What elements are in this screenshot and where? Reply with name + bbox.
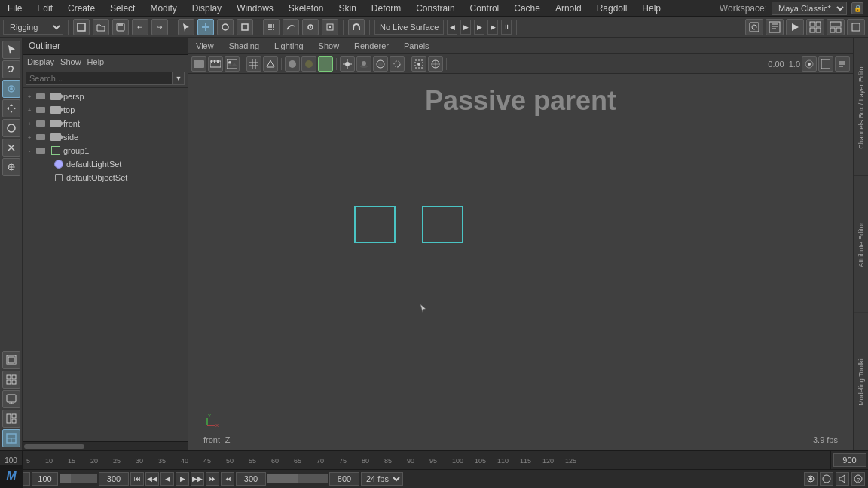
scale-mode-btn[interactable] [2,139,20,157]
new-scene-btn[interactable] [73,19,90,35]
live-surface-btn3[interactable]: ▶ [487,20,498,35]
save-btn[interactable] [112,19,129,35]
vp-shadow-btn[interactable] [356,56,371,72]
fps-select[interactable]: 24 fps 30 fps [361,472,403,486]
display-settings-btn[interactable] [2,390,20,408]
render-btn[interactable] [766,19,784,35]
channel-box-tab[interactable]: Channels Box / Layer Editor [854,38,868,175]
help-btn[interactable]: ? [851,472,865,486]
scrollbar-thumb-h[interactable] [24,444,84,449]
universal-manip-btn[interactable] [2,158,20,176]
rotate-mode-btn[interactable] [2,119,20,137]
menu-item-skeleton[interactable]: Skeleton [286,2,327,15]
playback-next-frame-btn[interactable]: ▶▶ [191,472,204,486]
vp-menu-shading[interactable]: Shading [226,40,262,52]
menu-item-edit[interactable]: Edit [34,2,56,15]
vp-image-btn[interactable] [225,56,240,72]
workspace-select[interactable]: Maya Classic* [772,2,847,15]
vp-solid-btn[interactable] [318,56,333,72]
playback-skip-start-btn[interactable]: ⏮ [130,472,144,486]
expand-top[interactable]: + [26,106,33,114]
proportional-btn[interactable] [2,371,20,389]
select-mode-btn[interactable] [2,41,20,59]
vp-grid-btn[interactable] [246,56,261,72]
menu-item-modify[interactable]: Modify [147,2,179,15]
vp-shaded-btn[interactable] [285,56,300,72]
outliner-help-menu[interactable]: Help [87,57,105,66]
tree-item-group1[interactable]: - group1 [23,144,188,157]
snap-point-btn[interactable] [302,19,319,35]
vp-menu-panels[interactable]: Panels [401,40,432,52]
magnet-snap-btn[interactable] [348,19,365,35]
expand-lightset[interactable] [44,160,51,168]
range2-end-input[interactable]: 800 [329,472,359,486]
vp-isolate-btn[interactable] [411,56,426,72]
vp-wireframe-btn[interactable] [263,56,278,72]
menu-item-ragdoll[interactable]: Ragdoll [594,2,631,15]
range2-slider[interactable] [267,474,328,483]
quick-layout-btn[interactable] [2,410,20,428]
menu-item-arnold[interactable]: Arnold [552,2,585,15]
vp-motion-blur-btn[interactable] [390,56,405,72]
expand-group1[interactable]: - [26,147,33,154]
menu-item-display[interactable]: Display [189,2,225,15]
timeline-area[interactable]: 100 5 10 15 20 25 30 35 40 45 50 55 60 6… [0,450,868,469]
live-surface-prev-btn[interactable]: ◀ [447,20,457,35]
move-tool-btn[interactable] [197,19,214,35]
outliner-display-menu[interactable]: Display [27,57,54,66]
playback-next-key-btn[interactable]: ⏭ [206,472,219,486]
search-input[interactable] [26,72,173,85]
tree-item-lightset[interactable]: defaultLightSet [23,157,188,171]
lasso-btn[interactable] [2,60,20,78]
range-slider[interactable] [60,474,97,483]
menu-item-windows[interactable]: Windows [234,2,277,15]
time-input[interactable]: 900 [833,453,866,467]
menu-item-skin[interactable]: Skin [336,2,359,15]
scale-tool-btn[interactable] [237,19,253,35]
vp-menu-lighting[interactable]: Lighting [271,40,307,52]
attribute-editor-tab[interactable]: Attribute Editor [854,175,868,313]
vp-light-btn[interactable] [340,56,355,72]
vp-xray-btn[interactable] [428,56,443,72]
vp-menu-view[interactable]: View [193,40,217,52]
modeling-toolkit-tab[interactable]: Modeling Toolkit [854,313,868,450]
live-surface-btn2[interactable]: ▶ [474,20,484,35]
expand-side[interactable]: + [26,133,33,141]
select-tool-btn[interactable] [178,19,194,35]
outliner-show-menu[interactable]: Show [60,57,81,66]
expand-persp[interactable]: + [26,93,33,100]
live-surface-next-btn[interactable]: ▶ [460,20,471,35]
playback-settings-btn[interactable] [820,472,833,486]
search-expand-btn[interactable]: ▼ [173,72,185,85]
vp-ao-btn[interactable] [373,56,388,72]
outliner-content[interactable]: + persp + top [23,88,188,441]
live-surface-btn4[interactable]: ⏸ [501,20,512,35]
tree-item-top[interactable]: + top [23,103,188,117]
tree-item-front[interactable]: + front [23,117,188,130]
vp-textured-btn[interactable] [301,56,316,72]
move-mode-btn[interactable] [2,99,20,117]
range2-start-input[interactable]: 300 [236,472,266,486]
soft-select-btn[interactable] [2,351,20,369]
menu-item-create[interactable]: Create [65,2,98,15]
auto-key-btn[interactable] [804,472,818,486]
timeline-ruler[interactable]: 5 10 15 20 25 30 35 40 45 50 55 60 65 70… [23,451,830,469]
expand-front[interactable]: + [26,120,33,127]
vp-settings-btn[interactable] [802,56,817,72]
menu-item-constrain[interactable]: Constrain [413,2,457,15]
playback-skip-end-btn[interactable]: ⏮ [221,472,234,486]
menu-item-cache[interactable]: Cache [511,2,543,15]
tree-item-objectset[interactable]: defaultObjectSet [23,171,188,185]
vp-menu-show[interactable]: Show [316,40,343,52]
playback-prev-frame-btn[interactable]: ◀ [160,472,174,486]
ipr-btn[interactable] [786,19,804,35]
live-surface-btn[interactable]: No Live Surface [374,20,444,35]
expand-objectset[interactable] [44,174,51,181]
playback-play-btn[interactable]: ▶ [176,472,189,486]
sound-btn[interactable] [836,472,849,486]
rotate-tool-btn[interactable] [217,19,234,35]
grid-layout-btn[interactable] [806,19,824,35]
vp-hud-btn[interactable] [835,56,850,72]
range-start-input[interactable]: 100 [32,472,58,486]
workspace-lock-btn[interactable]: 🔒 [851,2,863,14]
